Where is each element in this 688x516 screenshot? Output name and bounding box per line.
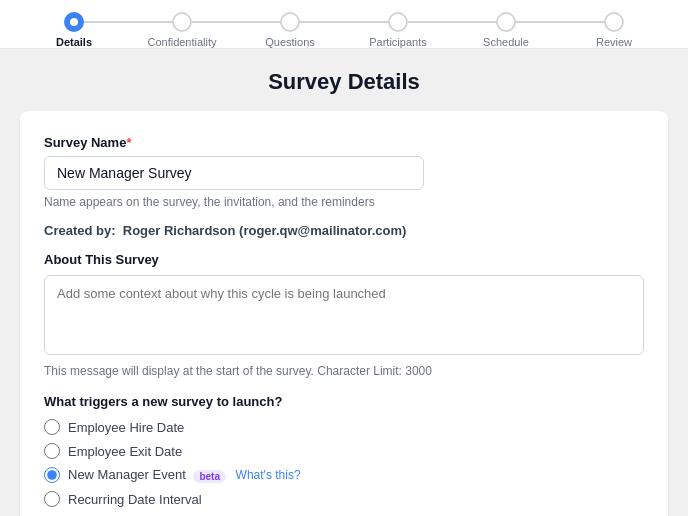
radio-exit[interactable]: Employee Exit Date — [44, 443, 644, 459]
survey-name-label: Survey Name* — [44, 135, 644, 150]
created-by-value: Roger Richardson (roger.qw@mailinator.co… — [123, 223, 407, 238]
step-circle-details — [64, 12, 84, 32]
radio-hire-label: Employee Hire Date — [68, 420, 184, 435]
created-by: Created by: Roger Richardson (roger.qw@m… — [44, 223, 644, 238]
trigger-label: What triggers a new survey to launch? — [44, 394, 644, 409]
whats-this-link[interactable]: What's this? — [236, 468, 301, 482]
step-questions[interactable]: Questions — [236, 12, 344, 48]
step-label-participants: Participants — [369, 36, 426, 48]
step-circle-review — [604, 12, 624, 32]
radio-exit-label: Employee Exit Date — [68, 444, 182, 459]
radio-manager-input[interactable] — [44, 467, 60, 483]
step-schedule[interactable]: Schedule — [452, 12, 560, 48]
step-label-details: Details — [56, 36, 92, 48]
page-title: Survey Details — [268, 69, 420, 95]
stepper: Details Confidentiality Questions Partic… — [20, 12, 668, 48]
about-field: About This Survey This message will disp… — [44, 252, 644, 378]
step-label-schedule: Schedule — [483, 36, 529, 48]
radio-hire[interactable]: Employee Hire Date — [44, 419, 644, 435]
step-label-confidentiality: Confidentiality — [147, 36, 216, 48]
trigger-section: What triggers a new survey to launch? Em… — [44, 394, 644, 507]
step-circle-questions — [280, 12, 300, 32]
step-circle-participants — [388, 12, 408, 32]
about-label: About This Survey — [44, 252, 644, 267]
survey-name-input[interactable] — [44, 156, 424, 190]
radio-exit-input[interactable] — [44, 443, 60, 459]
survey-name-hint: Name appears on the survey, the invitati… — [44, 195, 644, 209]
stepper-bar: Details Confidentiality Questions Partic… — [0, 0, 688, 49]
radio-hire-input[interactable] — [44, 419, 60, 435]
radio-recurring[interactable]: Recurring Date Interval — [44, 491, 644, 507]
step-participants[interactable]: Participants — [344, 12, 452, 48]
about-textarea[interactable] — [44, 275, 644, 355]
survey-details-card: Survey Name* Name appears on the survey,… — [20, 111, 668, 516]
radio-manager[interactable]: New Manager Event beta What's this? — [44, 467, 644, 483]
step-circle-schedule — [496, 12, 516, 32]
step-review[interactable]: Review — [560, 12, 668, 48]
survey-name-field: Survey Name* Name appears on the survey,… — [44, 135, 644, 209]
step-details[interactable]: Details — [20, 12, 128, 48]
step-label-review: Review — [596, 36, 632, 48]
radio-recurring-input[interactable] — [44, 491, 60, 507]
radio-recurring-label: Recurring Date Interval — [68, 492, 202, 507]
about-hint: This message will display at the start o… — [44, 364, 644, 378]
step-label-questions: Questions — [265, 36, 315, 48]
beta-badge: beta — [193, 470, 226, 483]
step-confidentiality[interactable]: Confidentiality — [128, 12, 236, 48]
radio-manager-label: New Manager Event beta What's this? — [68, 467, 301, 482]
step-circle-confidentiality — [172, 12, 192, 32]
